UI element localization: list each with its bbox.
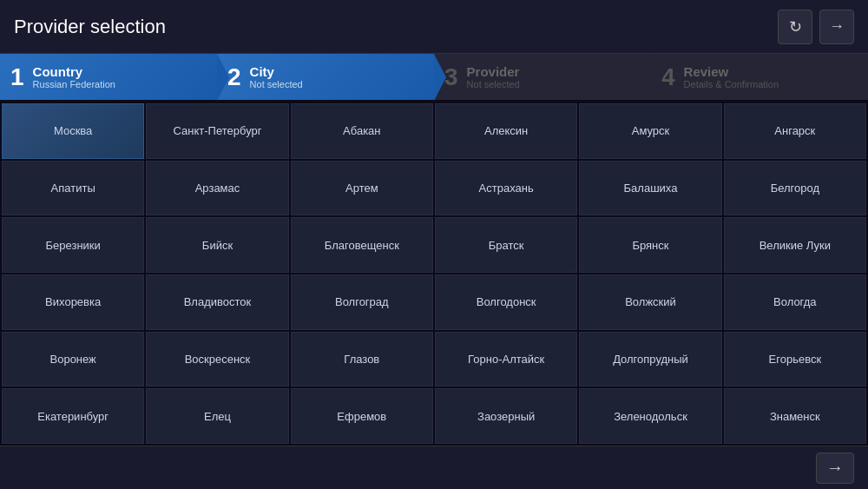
step-1-text: Country Russian Federation bbox=[33, 64, 115, 89]
list-item[interactable]: Великие Луки bbox=[724, 217, 866, 273]
step-provider[interactable]: 3 Provider Not selected bbox=[434, 54, 651, 100]
refresh-icon: ↻ bbox=[789, 17, 802, 36]
list-item[interactable]: Волжский bbox=[579, 274, 721, 330]
list-item[interactable]: Елец bbox=[146, 388, 288, 444]
list-item[interactable]: Воронеж bbox=[2, 332, 144, 387]
list-item[interactable]: Арзамас bbox=[146, 161, 288, 216]
title-bar: Provider selection ↻ → bbox=[0, 0, 868, 54]
step-2-text: City Not selected bbox=[250, 64, 303, 89]
list-item[interactable]: Братск bbox=[435, 217, 577, 273]
list-item[interactable]: Вихоревка bbox=[2, 274, 144, 330]
list-item[interactable]: Москва bbox=[2, 103, 144, 159]
list-item[interactable]: Владивосток bbox=[146, 274, 288, 330]
step-country[interactable]: 1 Country Russian Federation bbox=[0, 54, 217, 100]
list-item[interactable]: Заозерный bbox=[435, 388, 577, 444]
list-item[interactable]: Белгород bbox=[724, 161, 866, 216]
step-1-sublabel: Russian Federation bbox=[33, 79, 115, 89]
forward-button[interactable]: → bbox=[819, 10, 854, 44]
list-item[interactable]: Волгоград bbox=[291, 274, 433, 330]
bottom-bar: → bbox=[0, 446, 868, 489]
list-item[interactable]: Егорьевск bbox=[724, 332, 866, 387]
step-3-label: Provider bbox=[467, 64, 520, 79]
step-3-sublabel: Not selected bbox=[467, 79, 520, 89]
step-4-sublabel: Details & Confirmation bbox=[684, 79, 779, 89]
step-4-text: Review Details & Confirmation bbox=[684, 64, 779, 89]
list-item[interactable]: Ангарск bbox=[724, 103, 866, 159]
next-button[interactable]: → bbox=[816, 453, 854, 484]
list-item[interactable]: Благовещенск bbox=[291, 217, 433, 273]
step-1-number: 1 bbox=[10, 65, 24, 89]
list-item[interactable]: Брянск bbox=[579, 217, 721, 273]
step-city[interactable]: 2 City Not selected bbox=[217, 54, 434, 100]
list-item[interactable]: Вологда bbox=[724, 274, 866, 330]
forward-icon: → bbox=[829, 17, 845, 36]
list-item[interactable]: Екатеринбург bbox=[2, 388, 144, 444]
list-item[interactable]: Артем bbox=[291, 161, 433, 216]
step-2-sublabel: Not selected bbox=[250, 79, 303, 89]
step-3-text: Provider Not selected bbox=[467, 64, 520, 89]
step-4-label: Review bbox=[684, 64, 779, 79]
list-item[interactable]: Астрахань bbox=[435, 161, 577, 216]
steps-bar: 1 Country Russian Federation 2 City Not … bbox=[0, 54, 868, 102]
list-item[interactable]: Волгодонск bbox=[435, 274, 577, 330]
list-item[interactable]: Балашиха bbox=[579, 161, 721, 216]
step-3-number: 3 bbox=[444, 65, 458, 89]
step-1-label: Country bbox=[33, 64, 115, 79]
list-item[interactable]: Знаменск bbox=[724, 388, 866, 444]
list-item[interactable]: Апатиты bbox=[2, 161, 144, 216]
page-title: Provider selection bbox=[14, 16, 166, 38]
step-review[interactable]: 4 Review Details & Confirmation bbox=[651, 54, 868, 100]
title-icons: ↻ → bbox=[778, 10, 854, 44]
list-item[interactable]: Бийск bbox=[146, 217, 288, 273]
step-2-label: City bbox=[250, 64, 303, 79]
list-item[interactable]: Долгопрудный bbox=[579, 332, 721, 387]
list-item[interactable]: Воскресенск bbox=[146, 332, 288, 387]
list-item[interactable]: Ефремов bbox=[291, 388, 433, 444]
list-item[interactable]: Абакан bbox=[291, 103, 433, 159]
list-item[interactable]: Березники bbox=[2, 217, 144, 273]
list-item[interactable]: Глазов bbox=[291, 332, 433, 387]
next-icon: → bbox=[826, 458, 844, 478]
list-item[interactable]: Алексин bbox=[435, 103, 577, 159]
step-4-number: 4 bbox=[661, 65, 675, 89]
refresh-button[interactable]: ↻ bbox=[778, 10, 812, 44]
list-item[interactable]: Зеленодольск bbox=[579, 388, 721, 444]
list-item[interactable]: Санкт-Петербург bbox=[146, 103, 288, 159]
step-2-number: 2 bbox=[227, 65, 241, 89]
city-grid: МоскваСанкт-ПетербургАбаканАлексинАмурск… bbox=[0, 102, 868, 446]
list-item[interactable]: Горно-Алтайск bbox=[435, 332, 577, 387]
list-item[interactable]: Амурск bbox=[579, 103, 721, 159]
